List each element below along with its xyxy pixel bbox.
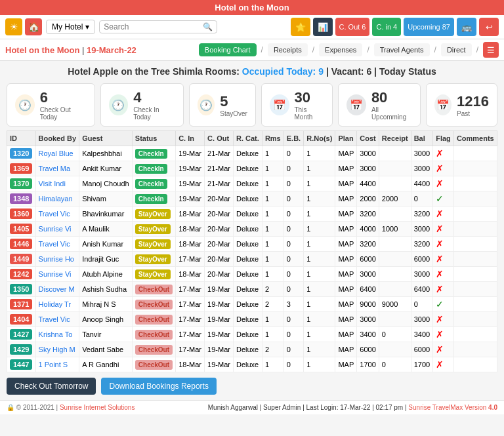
checkout-badge-button[interactable]: C. Out 6 <box>335 18 370 36</box>
menu-icon-button[interactable]: ☰ <box>483 42 499 58</box>
cell-bal: 6000 <box>411 252 433 267</box>
cell-id[interactable]: 1350 <box>7 282 36 297</box>
cell-comments <box>453 312 497 327</box>
hotel-dropdown[interactable]: My Hotel ▾ <box>46 20 95 34</box>
cell-plan: MAP <box>335 222 357 237</box>
cell-cout: 21-Mar <box>205 161 234 176</box>
cell-id[interactable]: 1429 <box>7 342 36 357</box>
table-row[interactable]: 1348 Himalayan Shivam CheckIn 19-Mar 20-… <box>7 191 497 207</box>
cell-cin: 19-Mar <box>176 191 205 207</box>
table-row[interactable]: 1369 Travel Ma Ankit Kumar CheckIn 19-Ma… <box>7 161 497 176</box>
cell-rms: 2 <box>262 282 284 297</box>
cell-guest: Ashish Sudha <box>79 282 133 297</box>
tab-expenses[interactable]: Expenses <box>319 43 362 56</box>
cell-booked-by[interactable]: Sunrise Vi <box>35 222 79 237</box>
checkout-tomorrow-button[interactable]: Check Out Tomorrow <box>7 378 96 395</box>
cell-rnos: 1 <box>304 297 335 312</box>
chart-button[interactable]: 📊 <box>313 18 333 36</box>
cell-cout: 20-Mar <box>205 252 234 267</box>
table-header: Comments <box>453 131 497 146</box>
cell-booked-by[interactable]: Sunrise Vi <box>35 267 79 282</box>
table-row[interactable]: 1371 Holiday Tr Mihraj N S CheckOut 17-M… <box>7 297 497 312</box>
cell-id[interactable]: 1404 <box>7 312 36 327</box>
download-button[interactable]: Download Bookings Reports <box>101 378 216 395</box>
cell-id[interactable]: 1449 <box>7 252 36 267</box>
cell-booked-by[interactable]: Travel Vic <box>35 237 79 252</box>
cell-booked-by[interactable]: 1 Point S <box>35 357 79 372</box>
cell-bal: 0 <box>411 191 433 207</box>
table-row[interactable]: 1447 1 Point S A R Gandhi CheckOut 18-Ma… <box>7 357 497 372</box>
table-row[interactable]: 1427 Krishna To Tanvir CheckOut 17-Mar 1… <box>7 327 497 342</box>
upcoming-badge-button[interactable]: Upcoming 87 <box>404 18 454 36</box>
cell-booked-by[interactable]: Holiday Tr <box>35 297 79 312</box>
cell-cout: 21-Mar <box>205 176 234 191</box>
cell-booked-by[interactable]: Travel Vic <box>35 207 79 222</box>
cell-eb: 3 <box>284 297 303 312</box>
stat-label: Past <box>457 110 489 117</box>
stat-card: 📅 80 All Upcomming <box>338 83 421 127</box>
cell-rcat: Deluxe <box>233 146 262 161</box>
table-row[interactable]: 1429 Sky High M Vedant Sabe CheckOut 17-… <box>7 342 497 357</box>
search-icon[interactable]: 🔍 <box>203 22 213 31</box>
cell-booked-by[interactable]: Discover M <box>35 282 79 297</box>
logout-button[interactable]: ↩ <box>479 18 499 36</box>
cell-booked-by[interactable]: Travel Vic <box>35 312 79 327</box>
cell-guest: Indrajit Guc <box>79 252 133 267</box>
tab-direct[interactable]: Direct <box>441 43 472 56</box>
table-row[interactable]: 1446 Travel Vic Anish Kumar StayOver 18-… <box>7 237 497 252</box>
cell-booked-by[interactable]: Krishna To <box>35 327 79 342</box>
table-row[interactable]: 1370 Visit Indi Manoj Choudh CheckIn 19-… <box>7 176 497 191</box>
tab-travel-agents[interactable]: Travel Agents <box>374 43 430 56</box>
cell-rnos: 1 <box>304 282 335 297</box>
cell-id[interactable]: 1446 <box>7 237 36 252</box>
table-row[interactable]: 1320 Royal Blue Kalpeshbhai CheckIn 19-M… <box>7 146 497 161</box>
search-input[interactable] <box>104 22 203 31</box>
tab-booking-chart[interactable]: Booking Chart <box>199 43 257 56</box>
cell-id[interactable]: 1447 <box>7 357 36 372</box>
table-header: E.B. <box>284 131 303 146</box>
table-row[interactable]: 1350 Discover M Ashish Sudha CheckOut 17… <box>7 282 497 297</box>
table-row[interactable]: 1449 Sunrise Ho Indrajit Guc StayOver 17… <box>7 252 497 267</box>
tab-receipts[interactable]: Receipts <box>268 43 308 56</box>
cell-id[interactable]: 1360 <box>7 207 36 222</box>
cell-id[interactable]: 1369 <box>7 161 36 176</box>
cell-booked-by[interactable]: Royal Blue <box>35 146 79 161</box>
cell-booked-by[interactable]: Travel Ma <box>35 161 79 176</box>
cell-id[interactable]: 1242 <box>7 267 36 282</box>
table-row[interactable]: 1242 Sunrise Vi Atubh Alpine StayOver 18… <box>7 267 497 282</box>
table-row[interactable]: 1360 Travel Vic Bhavinkumar StayOver 18-… <box>7 207 497 222</box>
cell-eb: 0 <box>284 357 303 372</box>
cell-cost: 3000 <box>357 267 379 282</box>
cell-rcat: Deluxe <box>233 191 262 207</box>
cell-status: CheckIn <box>132 176 175 191</box>
cell-id[interactable]: 1370 <box>7 176 36 191</box>
cell-booked-by[interactable]: Visit Indi <box>35 176 79 191</box>
company-link[interactable]: Sunrise Internet Solutions <box>60 404 135 411</box>
cell-plan: MAP <box>335 297 357 312</box>
home-icon[interactable]: 🏠 <box>25 18 42 35</box>
table-row[interactable]: 1404 Travel Vic Anoop Singh CheckOut 17-… <box>7 312 497 327</box>
stat-number: 5 <box>220 93 247 110</box>
cell-id[interactable]: 1405 <box>7 222 36 237</box>
cell-rcat: Deluxe <box>233 176 262 191</box>
upcoming-value: 87 <box>442 23 450 31</box>
cell-id[interactable]: 1348 <box>7 191 36 207</box>
cell-booked-by[interactable]: Sky High M <box>35 342 79 357</box>
bus-button[interactable]: 🚌 <box>457 18 476 36</box>
footer: 🔒 © 2011-2021 | Sunrise Internet Solutio… <box>0 400 504 414</box>
cell-cin: 19-Mar <box>176 176 205 191</box>
upcoming-label: Upcoming <box>408 23 440 31</box>
cell-id[interactable]: 1320 <box>7 146 36 161</box>
checkin-label: C. in <box>376 23 391 31</box>
cell-booked-by[interactable]: Sunrise Ho <box>35 252 79 267</box>
cell-booked-by[interactable]: Himalayan <box>35 191 79 207</box>
checkin-badge-button[interactable]: C. in 4 <box>372 18 401 36</box>
cell-receipt: 2000 <box>379 191 411 207</box>
version-link[interactable]: Sunrise TravelMax Version 4.0 <box>408 404 497 411</box>
cell-id[interactable]: 1371 <box>7 297 36 312</box>
table-header: R. Cat. <box>233 131 262 146</box>
star-button[interactable]: ⭐ <box>291 18 310 36</box>
footer-left: 🔒 © 2011-2021 | Sunrise Internet Solutio… <box>7 404 135 411</box>
table-row[interactable]: 1405 Sunrise Vi A Maulik StayOver 18-Mar… <box>7 222 497 237</box>
cell-id[interactable]: 1427 <box>7 327 36 342</box>
